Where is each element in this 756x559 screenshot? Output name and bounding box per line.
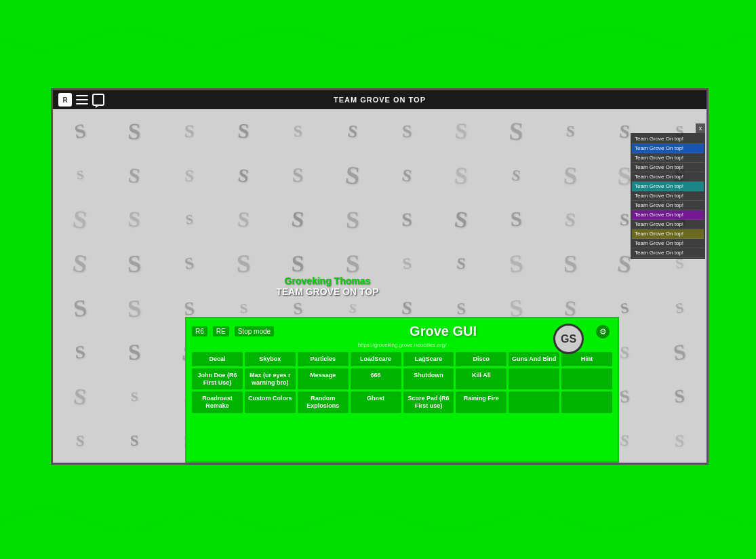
chat-panel: x Team Grove On top!Team Grove On top!Te… xyxy=(631,133,705,259)
gui-btn-disco[interactable]: Disco xyxy=(456,352,506,366)
pattern-cell: S xyxy=(106,195,163,244)
gui-btn-roadroast[interactable]: Roadroast Remake xyxy=(192,391,243,413)
chat-item[interactable]: Team Grove On top! xyxy=(632,163,704,172)
gui-btn-random-explosions[interactable]: Random Explosions xyxy=(298,391,349,413)
gui-btn-shutdown[interactable]: Shutdown xyxy=(403,368,454,390)
pattern-cell: S xyxy=(542,152,599,199)
center-overlay: Groveking Thomas TEAM GROVE ON TOP xyxy=(276,275,378,297)
gui-btn-empty3[interactable] xyxy=(509,391,559,413)
pattern-cell: S xyxy=(106,374,162,419)
chat-item[interactable]: Team Grove On top! xyxy=(632,153,704,163)
chat-items-list: Team Grove On top!Team Grove On top!Team… xyxy=(632,134,704,258)
gui-btn-score-pad[interactable]: Score Pad (R6 First use) xyxy=(403,391,454,413)
gui-header: R6 RE Stop mode Grove GUI GS ⚙ xyxy=(192,324,612,339)
gui-btn-max[interactable]: Max (ur eyes r warning bro) xyxy=(245,368,296,390)
title-bar: R TEAM GROVE ON TOP xyxy=(53,90,707,109)
pattern-cell: S xyxy=(213,149,274,201)
chat-item[interactable]: Team Grove On top! xyxy=(632,239,704,248)
gui-settings-button[interactable]: ⚙ xyxy=(596,325,610,339)
gui-btn-lagscare[interactable]: LagScare xyxy=(403,352,454,366)
pattern-cell: S xyxy=(487,109,544,155)
pattern-cell: S xyxy=(376,149,437,201)
gui-btn-john-doe[interactable]: John Doe (R6 First Use) xyxy=(192,368,243,390)
game-background: // Generate pattern cells const cells = … xyxy=(53,109,707,463)
pattern-cell: S xyxy=(161,152,217,199)
grove-king-text: Groveking Thomas xyxy=(276,275,378,286)
gui-btn-empty1[interactable] xyxy=(509,368,559,390)
chat-close-button[interactable]: x xyxy=(696,123,705,133)
pattern-cell: S xyxy=(53,237,111,290)
chat-item[interactable]: Team Grove On top! xyxy=(632,229,704,239)
gui-btn-666[interactable]: 666 xyxy=(351,368,401,390)
pattern-cell: S xyxy=(106,329,163,375)
pattern-cell: S xyxy=(485,149,546,202)
gui-btn-custom-colors[interactable]: Custom Colors xyxy=(245,391,296,413)
gui-btn-message[interactable]: Message xyxy=(298,368,349,390)
gui-btn-kill-all[interactable]: Kill All xyxy=(456,368,506,390)
pattern-cell: S xyxy=(161,109,216,154)
chat-item[interactable]: Team Grove On top! xyxy=(632,248,704,258)
gui-btn-empty4[interactable] xyxy=(561,391,612,413)
gui-row1: DecalSkyboxParticlesLoadScareLagScareDis… xyxy=(192,352,612,366)
chat-item[interactable]: Team Grove On top! xyxy=(632,220,704,229)
pattern-cell: S xyxy=(53,328,108,376)
pattern-cell: S xyxy=(159,237,220,290)
pattern-cell: S xyxy=(650,326,707,377)
chat-item[interactable]: Team Grove On top! xyxy=(632,172,704,182)
pattern-cell: S xyxy=(433,109,490,155)
chat-icon[interactable] xyxy=(92,94,104,106)
gui-btn-skybox[interactable]: Skybox xyxy=(245,352,296,366)
pattern-cell: S xyxy=(433,151,491,200)
chat-item[interactable]: Team Grove On top! xyxy=(632,144,704,153)
wave-bottom xyxy=(0,498,756,559)
pattern-cell: S xyxy=(268,194,328,245)
team-grove-center-text: TEAM GROVE ON TOP xyxy=(276,286,378,297)
pattern-cell: S xyxy=(159,195,218,244)
gui-btn-loadscare[interactable]: LoadScare xyxy=(351,352,401,366)
pattern-cell: S xyxy=(107,419,161,463)
game-title: TEAM GROVE ON TOP xyxy=(334,96,426,104)
gui-btn-decal[interactable]: Decal xyxy=(192,352,243,366)
pattern-cell: S xyxy=(650,372,707,421)
chat-item[interactable]: Team Grove On top! xyxy=(632,134,704,144)
r6-mode-button[interactable]: R6 xyxy=(192,326,207,336)
pattern-cell: S xyxy=(379,109,435,154)
pattern-cell: S xyxy=(323,109,382,157)
stop-mode-button[interactable]: Stop mode xyxy=(235,326,274,336)
pattern-cell: S xyxy=(433,239,491,288)
chat-item[interactable]: Team Grove On top! xyxy=(632,210,704,220)
gui-url: https://groveking.grove.neocities.org/ xyxy=(192,342,612,348)
pattern-cell: S xyxy=(487,239,545,288)
hamburger-menu-icon[interactable] xyxy=(76,95,88,104)
pattern-cell: S xyxy=(325,197,380,242)
gui-left-section: R6 RE Stop mode xyxy=(192,326,274,336)
gui-btn-raining-fire[interactable]: Raining Fire xyxy=(456,391,506,413)
chat-item[interactable]: Team Grove On top! xyxy=(632,191,704,201)
pattern-cell: S xyxy=(106,285,163,331)
gui-btn-hint[interactable]: Hint xyxy=(561,352,612,366)
gui-row2: John Doe (R6 First Use)Max (ur eyes r wa… xyxy=(192,368,612,390)
pattern-cell: S xyxy=(380,197,435,242)
pattern-cell: S xyxy=(649,282,707,334)
pattern-cell: S xyxy=(215,109,272,155)
pattern-cell: S xyxy=(431,194,492,246)
chat-item[interactable]: Team Grove On top! xyxy=(632,182,704,191)
pattern-cell: S xyxy=(540,194,600,245)
grove-gui-panel: R6 RE Stop mode Grove GUI GS ⚙ https://g… xyxy=(185,317,619,463)
wave-top xyxy=(0,0,756,61)
pattern-cell: S xyxy=(53,283,110,332)
game-window: R TEAM GROVE ON TOP // Generate pattern … xyxy=(51,88,709,465)
gui-btn-empty2[interactable] xyxy=(561,368,612,390)
pattern-cell: S xyxy=(214,195,273,244)
chat-item[interactable]: Team Grove On top! xyxy=(632,201,704,210)
pattern-cell: S xyxy=(53,417,108,463)
title-bar-left: R xyxy=(58,93,104,107)
re-mode-button[interactable]: RE xyxy=(213,326,229,336)
pattern-cell: S xyxy=(53,371,110,421)
gui-btn-ghost[interactable]: Ghost xyxy=(351,391,401,413)
pattern-cell: S xyxy=(488,197,544,242)
pattern-cell: S xyxy=(542,242,597,287)
gui-btn-particles[interactable]: Particles xyxy=(298,352,349,366)
gui-row3: Roadroast RemakeCustom ColorsRandom Expl… xyxy=(192,391,612,413)
gui-btn-guns-bind[interactable]: Guns And Bind xyxy=(509,352,559,366)
